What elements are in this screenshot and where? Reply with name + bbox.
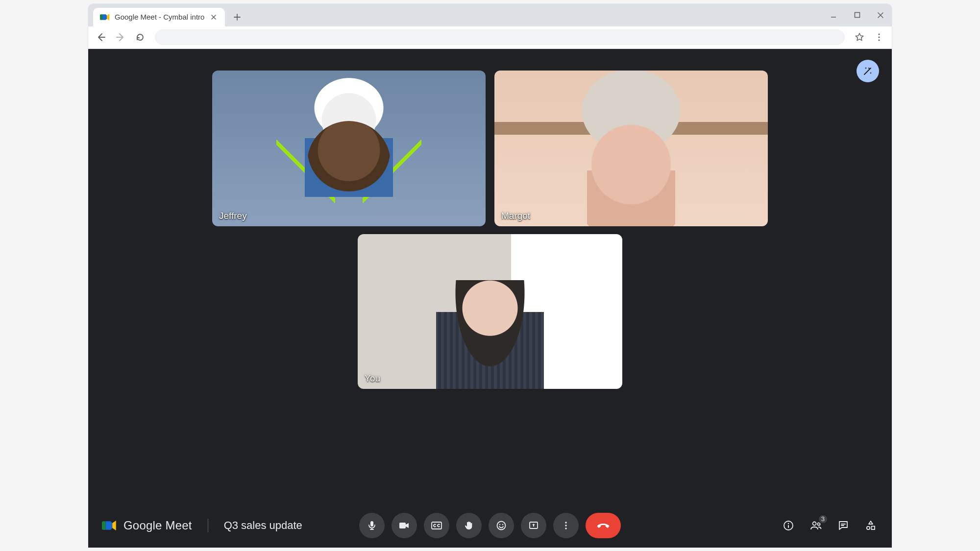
meet-logo-icon [102,519,117,532]
people-panel-button[interactable]: 3 [808,518,823,533]
chat-icon [837,520,849,531]
svg-point-10 [565,522,567,524]
svg-point-7 [499,524,500,525]
svg-point-16 [813,522,816,525]
chat-panel-button[interactable] [836,518,851,533]
self-video-tile[interactable]: You [358,234,622,389]
magic-wand-icon [862,66,873,76]
tab-title: Google Meet - Cymbal intro [115,13,204,21]
svg-point-12 [565,527,567,529]
svg-point-2 [878,36,880,38]
tab-close-button[interactable] [209,13,218,22]
participant-tile[interactable]: Jeffrey [212,71,486,226]
svg-rect-19 [872,526,875,529]
participant-tile[interactable]: Margot [494,71,768,226]
svg-point-8 [502,524,503,525]
video-grid: Jeffrey Margot You [88,49,892,503]
visual-effects-button[interactable] [857,60,879,82]
browser-window: Google Meet - Cymbal intro [88,4,892,548]
meeting-title: Q3 sales update [224,519,302,532]
present-screen-button[interactable] [521,513,546,538]
svg-rect-4 [399,523,406,528]
svg-point-6 [497,521,506,529]
mic-toggle-button[interactable] [359,513,385,538]
svg-point-18 [867,526,870,529]
participant-name-label: Jeffrey [219,211,247,221]
svg-point-3 [878,39,880,41]
svg-rect-0 [855,13,859,18]
window-close-button[interactable] [874,9,887,22]
brand-text: Google Meet [123,519,192,532]
svg-rect-15 [788,525,789,528]
activities-panel-button[interactable] [863,518,878,533]
more-vertical-icon [562,520,570,531]
right-panel-controls: 3 [781,518,878,533]
browser-toolbar [88,26,892,49]
browser-tab[interactable]: Google Meet - Cymbal intro [93,8,225,26]
divider [208,519,208,532]
participant-count-badge: 3 [818,514,828,524]
nav-back-button[interactable] [93,29,109,45]
window-maximize-button[interactable] [851,9,863,22]
smiley-icon [496,520,507,531]
address-bar[interactable] [155,29,845,45]
svg-point-14 [788,523,789,524]
info-icon [783,520,794,531]
new-tab-button[interactable] [230,10,245,24]
hand-icon [464,520,474,531]
call-controls [359,513,621,538]
camera-toggle-button[interactable] [392,513,417,538]
closed-captions-icon [431,520,442,531]
brand-block: Google Meet Q3 sales update [102,519,302,532]
present-screen-icon [528,520,539,531]
window-controls [827,4,887,26]
participant-name-label: You [365,373,380,384]
video-camera-icon [398,520,410,531]
hangup-phone-icon [596,520,611,531]
shapes-icon [865,520,877,531]
participant-name-label: Margot [501,211,530,221]
nav-forward-button[interactable] [113,29,128,45]
meet-viewport: Jeffrey Margot You [88,49,892,548]
meet-bottom-bar: Google Meet Q3 sales update [88,503,892,548]
bookmark-star-button[interactable] [852,29,867,45]
captions-toggle-button[interactable] [424,513,449,538]
reactions-button[interactable] [489,513,514,538]
microphone-icon [367,520,377,531]
meet-favicon-icon [100,12,110,22]
meeting-details-button[interactable] [781,518,796,533]
tab-strip: Google Meet - Cymbal intro [88,4,892,26]
svg-point-1 [878,33,880,35]
browser-menu-button[interactable] [871,29,887,45]
svg-point-11 [565,525,567,527]
window-minimize-button[interactable] [827,9,840,22]
raise-hand-button[interactable] [456,513,482,538]
more-options-button[interactable] [553,513,579,538]
nav-reload-button[interactable] [132,29,148,45]
leave-call-button[interactable] [586,513,621,538]
